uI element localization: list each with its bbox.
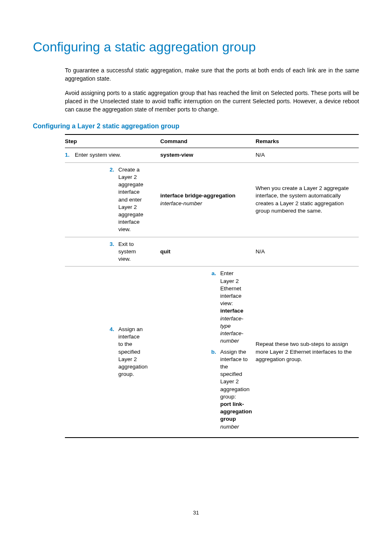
command-bold: port link-aggregation group [220, 401, 252, 422]
command-italic: interface-number [160, 200, 202, 206]
header-remarks: Remarks [256, 134, 359, 148]
step-number: 1. [65, 151, 75, 159]
intro-paragraph-1: To guarantee a successful static aggrega… [65, 66, 359, 83]
command-cell: quit [160, 237, 256, 266]
command-italic: number [220, 424, 239, 430]
substep-text: Enter Layer 2 Ethernet interface view: [220, 270, 242, 306]
substep-letter: a. [205, 270, 220, 277]
substep-content: Enter Layer 2 Ethernet interface view: i… [220, 270, 248, 345]
step-description: Exit to system view. [118, 241, 144, 263]
command-cell: interface bridge-aggregation interface-n… [160, 162, 256, 237]
command-bold: system-view [160, 152, 193, 158]
section-subtitle: Configuring a Layer 2 static aggregation… [33, 123, 359, 130]
table-row: 1. Enter system view. system-view N/A [65, 148, 359, 162]
table-row: 2. Create a Layer 2 aggregate interface … [65, 162, 359, 237]
step-number: 2. [65, 166, 118, 174]
command-bold: interface [220, 308, 243, 314]
intro-paragraph-2: Avoid assigning ports to a static aggreg… [65, 89, 359, 114]
step-description: Create a Layer 2 aggregate interface and… [118, 166, 144, 234]
table-row: 3. Exit to system view. quit N/A [65, 237, 359, 266]
command-bold: quit [160, 248, 171, 255]
remarks-cell: When you create a Layer 2 aggregate inte… [256, 162, 359, 237]
step-number: 3. [65, 241, 118, 248]
step-number: 4. [65, 326, 118, 333]
substep-content: Assign the interface to the specified La… [220, 348, 248, 431]
step-description: Assign an interface to the specified Lay… [118, 326, 144, 378]
table-row: 4. Assign an interface to the specified … [65, 266, 359, 438]
step-cell: 3. Exit to system view. [65, 237, 160, 266]
header-command: Command [160, 134, 256, 148]
document-page: Configuring a static aggregation group T… [0, 0, 392, 533]
step-cell: 4. Assign an interface to the specified … [65, 266, 160, 438]
step-description: Enter system view. [75, 151, 158, 159]
command-bold: interface bridge-aggregation [160, 192, 235, 199]
command-italic: interface-type interface-number [220, 315, 243, 344]
steps-table: Step Command Remarks 1. Enter system vie… [65, 134, 359, 438]
substep-text: Assign the interface to the specified La… [220, 349, 249, 400]
header-step: Step [65, 134, 160, 148]
remarks-cell: Repeat these two sub-steps to assign mor… [256, 266, 359, 438]
command-cell: a. Enter Layer 2 Ethernet interface view… [160, 266, 256, 438]
page-title-heading: Configuring a static aggregation group [33, 39, 359, 55]
command-cell: system-view [160, 148, 256, 162]
page-number: 31 [0, 510, 392, 516]
step-cell: 1. Enter system view. [65, 148, 160, 162]
table-header-row: Step Command Remarks [65, 134, 359, 148]
substep-letter: b. [205, 348, 220, 356]
substep-b: b. Assign the interface to the specified… [205, 348, 253, 431]
remarks-cell: N/A [256, 237, 359, 266]
substep-a: a. Enter Layer 2 Ethernet interface view… [205, 270, 253, 345]
step-cell: 2. Create a Layer 2 aggregate interface … [65, 162, 160, 237]
remarks-cell: N/A [256, 148, 359, 162]
